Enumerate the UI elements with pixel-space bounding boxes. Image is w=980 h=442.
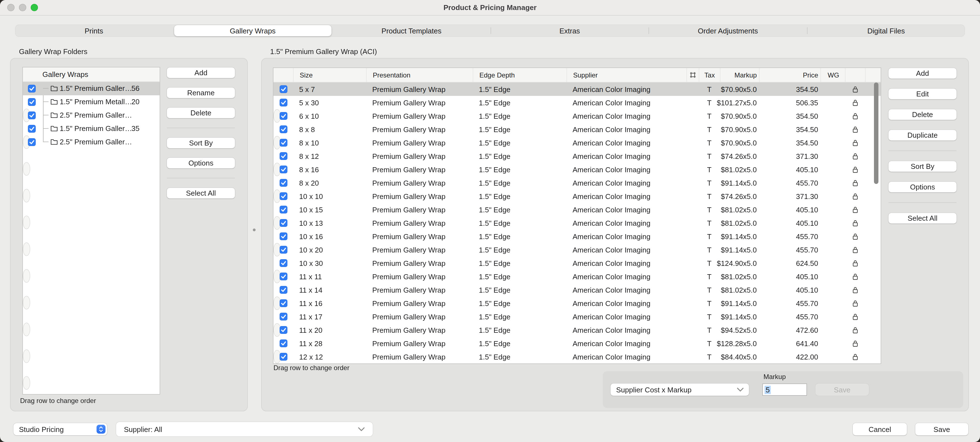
- cell-checkbox[interactable]: [274, 216, 293, 230]
- checkbox-checked[interactable]: [28, 138, 36, 146]
- cell-checkbox[interactable]: [274, 82, 293, 96]
- col-frame[interactable]: [686, 68, 699, 82]
- cell-checkbox[interactable]: [274, 270, 293, 283]
- cell-checkbox[interactable]: [274, 190, 293, 203]
- pricing-formula-dropdown[interactable]: Supplier Cost x Markup: [611, 383, 749, 396]
- folder-add-button[interactable]: Add: [167, 67, 235, 78]
- table-row[interactable]: 11 x 14 Premium Gallery Wrap 1.5" Edge A…: [274, 283, 881, 296]
- checkbox-checked[interactable]: [279, 339, 287, 347]
- folder-rename-button[interactable]: Rename: [167, 87, 235, 98]
- tab-order-adjustments[interactable]: Order Adjustments: [649, 25, 807, 37]
- table-row[interactable]: 10 x 20 Premium Gallery Wrap 1.5" Edge A…: [274, 243, 281, 257]
- checkbox-checked[interactable]: [279, 326, 287, 334]
- col-supplier[interactable]: Supplier: [566, 68, 686, 82]
- cell-checkbox[interactable]: [274, 350, 293, 363]
- checkbox-checked[interactable]: [279, 259, 287, 267]
- table-row[interactable]: 8 x 10 Premium Gallery Wrap 1.5" Edge Am…: [274, 136, 281, 149]
- table-row[interactable]: 5 x 30 Premium Gallery Wrap 1.5" Edge Am…: [274, 96, 881, 109]
- table-row[interactable]: 8 x 16 Premium Gallery Wrap 1.5" Edge Am…: [274, 163, 281, 176]
- cell-checkbox[interactable]: [274, 123, 293, 136]
- table-row[interactable]: 10 x 10 Premium Gallery Wrap 1.5" Edge A…: [274, 190, 281, 203]
- item-edit-button[interactable]: Edit: [888, 89, 956, 99]
- splitter-handle[interactable]: [253, 228, 256, 231]
- checkbox-checked[interactable]: [279, 166, 287, 173]
- table-row[interactable]: 10 x 15 Premium Gallery Wrap 1.5" Edge A…: [274, 203, 881, 216]
- checkbox-checked[interactable]: [279, 85, 287, 93]
- item-options-button[interactable]: Options: [888, 182, 956, 192]
- col-size[interactable]: Size: [293, 68, 366, 82]
- col-price[interactable]: Price: [759, 68, 820, 82]
- checkbox-checked[interactable]: [279, 179, 287, 187]
- pricing-table[interactable]: Size Presentation Edge Depth Supplier Ta…: [273, 67, 881, 364]
- col-wg[interactable]: WG: [820, 68, 845, 82]
- checkbox-checked[interactable]: [28, 85, 36, 92]
- table-row[interactable]: 10 x 13 Premium Gallery Wrap 1.5" Edge A…: [274, 216, 281, 230]
- cell-checkbox[interactable]: [274, 109, 293, 123]
- table-row[interactable]: 8 x 20 Premium Gallery Wrap 1.5" Edge Am…: [274, 176, 881, 190]
- markup-input[interactable]: 5: [762, 383, 807, 396]
- checkbox-checked[interactable]: [279, 99, 287, 106]
- checkbox-checked[interactable]: [279, 139, 287, 147]
- table-row[interactable]: 11 x 16 Premium Gallery Wrap 1.5" Edge A…: [274, 296, 281, 310]
- folder-options-button[interactable]: Options: [167, 158, 235, 168]
- folder-row[interactable]: 1.5" Premium Galler… 56: [23, 82, 160, 95]
- item-add-button[interactable]: Add: [888, 68, 956, 79]
- checkbox-checked[interactable]: [279, 206, 287, 214]
- cell-checkbox[interactable]: [274, 149, 293, 163]
- folder-row[interactable]: 2.5" Premium Galler… 50: [23, 109, 30, 122]
- title-bar[interactable]: Product & Pricing Manager: [0, 0, 980, 16]
- checkbox-checked[interactable]: [28, 125, 36, 133]
- col-markup[interactable]: Markup: [720, 68, 759, 82]
- cell-checkbox[interactable]: [274, 243, 293, 257]
- checkbox-checked[interactable]: [279, 246, 287, 253]
- cancel-button[interactable]: Cancel: [853, 423, 907, 435]
- item-delete-button[interactable]: Delete: [888, 109, 956, 120]
- markup-save-button[interactable]: Save: [815, 383, 869, 396]
- checkbox-checked[interactable]: [279, 353, 287, 361]
- cell-checkbox[interactable]: [274, 283, 293, 296]
- checkbox-checked[interactable]: [28, 111, 36, 119]
- tab-product-templates[interactable]: Product Templates: [332, 25, 490, 37]
- table-row[interactable]: 8 x 12 Premium Gallery Wrap 1.5" Edge Am…: [274, 149, 881, 163]
- supplier-filter-dropdown[interactable]: Supplier: All: [116, 422, 373, 436]
- table-row[interactable]: 6 x 10 Premium Gallery Wrap 1.5" Edge Am…: [274, 109, 281, 123]
- folder-list-header[interactable]: Gallery Wraps: [23, 67, 160, 82]
- table-row[interactable]: 11 x 17 Premium Gallery Wrap 1.5" Edge A…: [274, 310, 881, 323]
- col-tax[interactable]: Tax: [699, 68, 720, 82]
- folder-row[interactable]: 1.5" Premium Galler… 35: [23, 122, 160, 135]
- checkbox-checked[interactable]: [279, 152, 287, 160]
- col-checkbox[interactable]: [274, 68, 293, 82]
- tab-gallery-wraps[interactable]: Gallery Wraps: [174, 25, 331, 36]
- table-row[interactable]: 5 x 7 Premium Gallery Wrap 1.5" Edge Ame…: [274, 82, 881, 96]
- scrollbar-thumb[interactable]: [874, 82, 878, 184]
- pricing-profile-popup[interactable]: Studio Pricing: [13, 423, 107, 435]
- cell-checkbox[interactable]: [274, 176, 293, 190]
- checkbox-checked[interactable]: [279, 313, 287, 320]
- checkbox-checked[interactable]: [279, 112, 287, 120]
- col-lock[interactable]: [845, 68, 865, 82]
- cell-checkbox[interactable]: [274, 310, 293, 323]
- cell-checkbox[interactable]: [274, 203, 293, 216]
- cell-checkbox[interactable]: [274, 296, 293, 310]
- checkbox-checked[interactable]: [279, 125, 287, 133]
- tab-prints[interactable]: Prints: [15, 25, 173, 37]
- cell-checkbox[interactable]: [274, 96, 293, 109]
- cell-checkbox[interactable]: [274, 230, 293, 243]
- cell-checkbox[interactable]: [274, 337, 293, 350]
- folder-select-all-button[interactable]: Select All: [167, 188, 235, 198]
- item-select-all-button[interactable]: Select All: [888, 213, 956, 223]
- checkbox-checked[interactable]: [279, 219, 287, 227]
- folder-row[interactable]: 1.5" Premium Metall… 20: [23, 95, 160, 109]
- cell-checkbox[interactable]: [274, 163, 293, 176]
- cell-checkbox[interactable]: [274, 136, 293, 149]
- folder-list[interactable]: Gallery Wraps 1.5" Premium Galler… 56 1.…: [22, 67, 160, 394]
- table-row[interactable]: 11 x 11 Premium Gallery Wrap 1.5" Edge A…: [274, 270, 281, 283]
- table-row[interactable]: 11 x 28 Premium Gallery Wrap 1.5" Edge A…: [274, 337, 881, 350]
- save-button[interactable]: Save: [915, 423, 968, 435]
- folder-sort-by-button[interactable]: Sort By: [167, 138, 235, 148]
- tab-extras[interactable]: Extras: [491, 25, 649, 37]
- checkbox-checked[interactable]: [279, 233, 287, 240]
- col-presentation[interactable]: Presentation: [366, 68, 473, 82]
- checkbox-checked[interactable]: [279, 286, 287, 294]
- folder-delete-button[interactable]: Delete: [167, 108, 235, 118]
